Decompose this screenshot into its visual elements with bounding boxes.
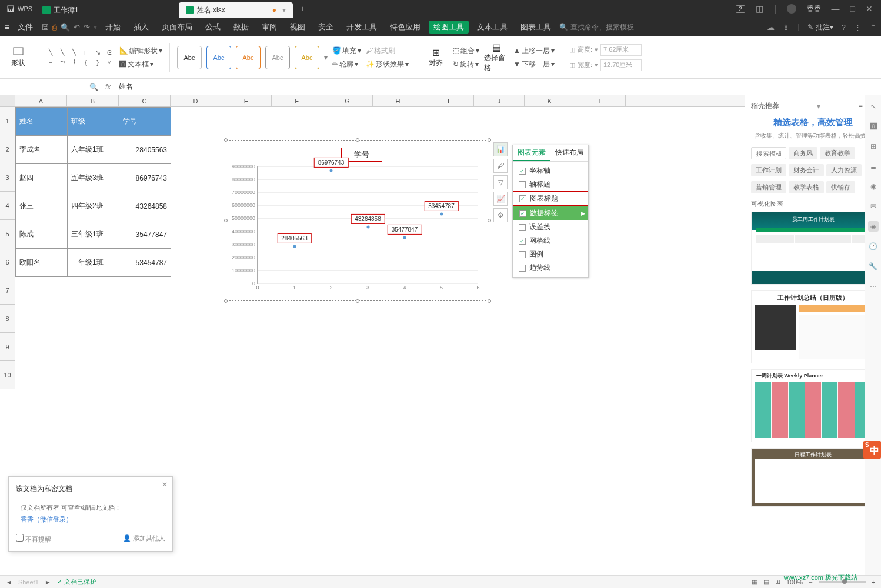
row-4[interactable]: 4: [0, 192, 15, 220]
minimize-button[interactable]: —: [832, 4, 840, 14]
chart-element-option[interactable]: ✓数据标签▶: [513, 206, 588, 220]
chart-data-point[interactable]: [293, 245, 296, 248]
filter-chip[interactable]: 工作计划: [751, 164, 786, 176]
template-search-input[interactable]: [751, 147, 786, 159]
col-L[interactable]: L: [575, 95, 626, 106]
maximize-button[interactable]: □: [850, 4, 855, 14]
help-icon[interactable]: ?: [842, 23, 846, 32]
bring-forward-button[interactable]: ▲ 上移一层▾: [513, 46, 555, 56]
resize-handle[interactable]: [488, 219, 491, 222]
row-9[interactable]: 9: [0, 333, 15, 361]
comments-icon[interactable]: ✉: [868, 201, 879, 212]
chart-elements-icon[interactable]: 📊: [493, 142, 508, 156]
data-table[interactable]: 姓名班级学号 李成名六年级1班28405563 赵四五年级3班86976743 …: [15, 107, 171, 277]
chart-element-option[interactable]: ✓坐标轴: [513, 164, 588, 178]
resize-handle[interactable]: [488, 138, 491, 142]
menu-developer[interactable]: 开发工具: [342, 22, 382, 32]
command-search[interactable]: 🔍查找命令、搜索模板: [559, 22, 634, 32]
properties-icon[interactable]: ⊞: [868, 141, 879, 152]
zoom-icon[interactable]: 🔍: [87, 83, 101, 91]
sheet-tab[interactable]: Sheet1: [18, 579, 39, 586]
quick-layout-tab[interactable]: 快速布局: [550, 145, 588, 161]
settings-icon[interactable]: ⋮: [854, 23, 862, 32]
tools-icon[interactable]: 🔧: [868, 261, 879, 272]
row-2[interactable]: 2: [0, 135, 15, 163]
selection-pane-button[interactable]: ▤选择窗格: [484, 41, 509, 74]
col-I[interactable]: I: [423, 95, 474, 106]
menu-formula[interactable]: 公式: [201, 22, 225, 32]
file-menu[interactable]: 文件: [13, 22, 38, 32]
cloud-icon[interactable]: ☁: [767, 23, 775, 32]
history-icon[interactable]: 🕐: [868, 241, 879, 252]
text-box-button[interactable]: 🅰 文本框▾: [119, 59, 162, 69]
style-preset-1[interactable]: Abc: [177, 46, 202, 69]
notification-badge[interactable]: 2: [736, 5, 745, 13]
ime-badge-icon[interactable]: S中: [863, 441, 881, 459]
col-C[interactable]: C: [119, 95, 171, 106]
chart-settings-icon[interactable]: ⚙: [493, 208, 508, 222]
menu-data[interactable]: 数据: [229, 22, 253, 32]
animation-icon[interactable]: ◉: [868, 181, 879, 192]
resize-handle[interactable]: [224, 299, 228, 303]
layers-icon[interactable]: ≣: [868, 161, 879, 172]
chart-data-icon[interactable]: 📈: [493, 192, 508, 206]
col-B[interactable]: B: [67, 95, 119, 106]
filter-chip[interactable]: 商务风: [789, 147, 817, 159]
resize-handle[interactable]: [356, 138, 359, 142]
menu-view[interactable]: 视图: [285, 22, 310, 32]
select-all-corner[interactable]: [0, 95, 15, 106]
dialog-user-link[interactable]: 香香（微信登录）: [21, 514, 161, 526]
menu-security[interactable]: 安全: [313, 22, 338, 32]
row-10[interactable]: 10: [0, 361, 15, 389]
menu-text-tools[interactable]: 文本工具: [472, 22, 512, 32]
row-5[interactable]: 5: [0, 220, 15, 248]
chart-element-option[interactable]: 图例: [513, 248, 588, 261]
spreadsheet-grid[interactable]: A B C D E F G H I J K L 1 2 3 4 5 6 7 8 …: [0, 95, 745, 575]
chart-data-point[interactable]: [366, 226, 369, 229]
chart-style-icon[interactable]: 🖌: [493, 159, 508, 173]
annotate-button[interactable]: ✎ 批注▾: [807, 22, 833, 32]
group-button[interactable]: ⬚ 组合▾: [453, 46, 479, 56]
filter-chip[interactable]: 教育教学: [820, 147, 855, 159]
menu-chart-tools[interactable]: 图表工具: [516, 22, 556, 32]
menu-icon[interactable]: ≡: [5, 22, 9, 32]
chart-element-option[interactable]: 趋势线: [513, 261, 588, 275]
template-card-3[interactable]: 一周计划表 Weekly Planner: [751, 369, 875, 442]
menu-layout[interactable]: 页面布局: [157, 22, 197, 32]
print-icon[interactable]: ⎙: [52, 23, 57, 32]
height-input[interactable]: [600, 44, 642, 56]
edit-shape-button[interactable]: 📐 编辑形状▾: [119, 46, 162, 56]
style-preset-3[interactable]: Abc: [236, 46, 261, 69]
undo-icon[interactable]: ↶: [74, 23, 80, 32]
preview-icon[interactable]: 🔍: [61, 23, 70, 32]
templates-icon[interactable]: ◈: [868, 221, 879, 232]
chart-element-option[interactable]: ✓网格线: [513, 234, 588, 248]
view-break-icon[interactable]: ⊞: [775, 578, 780, 586]
chart-plot-area[interactable]: 0100000002000000030000000400000005000000…: [257, 166, 478, 284]
col-J[interactable]: J: [474, 95, 525, 106]
menu-drawing-tools[interactable]: 绘图工具: [429, 21, 469, 34]
save-icon[interactable]: 🖫: [41, 23, 49, 32]
fx-label[interactable]: fx: [101, 83, 115, 91]
sheet-nav-next-icon[interactable]: ►: [45, 579, 51, 586]
dialog-close-button[interactable]: ✕: [162, 480, 168, 489]
style-preset-5[interactable]: Abc: [295, 46, 319, 69]
view-page-icon[interactable]: ▤: [763, 578, 769, 586]
template-card-4[interactable]: 日程工作计划表: [751, 448, 875, 507]
col-E[interactable]: E: [221, 95, 272, 106]
view-normal-icon[interactable]: ▦: [752, 578, 757, 586]
sheet-nav-prev-icon[interactable]: ◄: [6, 579, 12, 586]
row-6[interactable]: 6: [0, 248, 15, 276]
style-preset-2[interactable]: Abc: [206, 46, 231, 69]
col-D[interactable]: D: [171, 95, 221, 106]
col-K[interactable]: K: [525, 95, 575, 106]
close-button[interactable]: ✕: [866, 4, 873, 14]
chart-object[interactable]: 学号 0100000002000000030000000400000005000…: [226, 140, 489, 301]
chart-data-point[interactable]: [440, 212, 443, 215]
template-card-1[interactable]: 员工周工作计划表: [751, 212, 875, 285]
formula-input[interactable]: 姓名: [115, 82, 876, 92]
share-icon[interactable]: ⇪: [783, 23, 789, 32]
width-input[interactable]: [600, 59, 642, 71]
chart-element-option[interactable]: 误差线: [513, 220, 588, 234]
document-tab-1[interactable]: 工作簿1: [35, 2, 86, 18]
